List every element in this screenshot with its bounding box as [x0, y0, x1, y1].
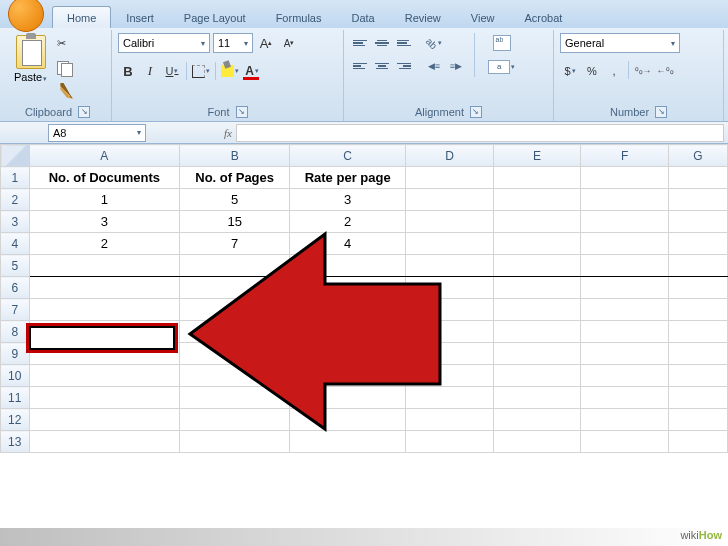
tab-page-layout[interactable]: Page Layout: [169, 6, 261, 28]
cell[interactable]: [406, 211, 494, 233]
cell[interactable]: [29, 299, 180, 321]
formula-bar[interactable]: [236, 124, 724, 142]
cell[interactable]: [581, 255, 669, 277]
name-box[interactable]: A8▾: [48, 124, 146, 142]
clipboard-dialog-launcher[interactable]: ↘: [78, 106, 90, 118]
cell[interactable]: [29, 321, 180, 343]
cell[interactable]: [668, 431, 727, 453]
cell[interactable]: [406, 189, 494, 211]
row-header[interactable]: 1: [1, 167, 30, 189]
cell[interactable]: [581, 343, 669, 365]
col-header-e[interactable]: E: [493, 145, 581, 167]
font-name-combo[interactable]: Calibri▾: [118, 33, 210, 53]
alignment-dialog-launcher[interactable]: ↘: [470, 106, 482, 118]
font-color-button[interactable]: A▾: [242, 61, 262, 81]
row-header[interactable]: 10: [1, 365, 30, 387]
worksheet[interactable]: A B C D E F G 1No. of DocumentsNo. of Pa…: [0, 144, 728, 453]
row-header[interactable]: 4: [1, 233, 30, 255]
cell[interactable]: [581, 321, 669, 343]
align-right-button[interactable]: [394, 56, 414, 76]
cell[interactable]: No. of Pages: [180, 167, 290, 189]
row-header[interactable]: 6: [1, 277, 30, 299]
cell[interactable]: [180, 255, 290, 277]
cell[interactable]: [668, 365, 727, 387]
decrease-decimal-button[interactable]: ←⁰₀: [655, 61, 675, 81]
col-header-a[interactable]: A: [29, 145, 180, 167]
border-button[interactable]: ▾: [191, 61, 211, 81]
cell[interactable]: [406, 387, 494, 409]
cell[interactable]: 2: [29, 233, 180, 255]
copy-button[interactable]: [55, 58, 75, 78]
cell[interactable]: 4: [290, 233, 406, 255]
cell[interactable]: [493, 365, 581, 387]
tab-formulas[interactable]: Formulas: [261, 6, 337, 28]
cell[interactable]: [668, 255, 727, 277]
cell[interactable]: [290, 343, 406, 365]
cell[interactable]: [290, 365, 406, 387]
row-header[interactable]: 7: [1, 299, 30, 321]
cell[interactable]: [406, 233, 494, 255]
cell[interactable]: 5: [180, 189, 290, 211]
cell[interactable]: [668, 211, 727, 233]
cell[interactable]: 3: [290, 189, 406, 211]
cell[interactable]: [581, 211, 669, 233]
cell[interactable]: [581, 299, 669, 321]
tab-insert[interactable]: Insert: [111, 6, 169, 28]
cell[interactable]: [180, 321, 290, 343]
cell[interactable]: [668, 409, 727, 431]
cell[interactable]: [493, 299, 581, 321]
cell[interactable]: [290, 409, 406, 431]
increase-indent-button[interactable]: ≡▶: [446, 56, 466, 76]
paste-button[interactable]: Paste▾: [14, 71, 47, 83]
cell[interactable]: [180, 277, 290, 299]
cell[interactable]: [29, 343, 180, 365]
align-left-button[interactable]: [350, 56, 370, 76]
cell[interactable]: [668, 233, 727, 255]
align-top-button[interactable]: [350, 33, 370, 53]
align-middle-button[interactable]: [372, 33, 392, 53]
tab-data[interactable]: Data: [336, 6, 389, 28]
row-header[interactable]: 12: [1, 409, 30, 431]
orientation-button[interactable]: ab▾: [424, 33, 444, 53]
cell[interactable]: [581, 365, 669, 387]
cell[interactable]: [180, 343, 290, 365]
tab-home[interactable]: Home: [52, 6, 111, 28]
col-header-g[interactable]: G: [668, 145, 727, 167]
cell[interactable]: [29, 255, 180, 277]
cell[interactable]: No. of Documents: [29, 167, 180, 189]
wrap-text-button[interactable]: [483, 33, 520, 53]
number-dialog-launcher[interactable]: ↘: [655, 106, 667, 118]
cell[interactable]: [668, 343, 727, 365]
cell[interactable]: [406, 299, 494, 321]
cell[interactable]: [406, 365, 494, 387]
align-center-button[interactable]: [372, 56, 392, 76]
col-header-c[interactable]: C: [290, 145, 406, 167]
fx-icon[interactable]: fx: [224, 127, 232, 139]
cell[interactable]: 3: [29, 211, 180, 233]
row-header[interactable]: 2: [1, 189, 30, 211]
percent-button[interactable]: %: [582, 61, 602, 81]
cell[interactable]: [180, 365, 290, 387]
cell[interactable]: [581, 277, 669, 299]
col-header-f[interactable]: F: [581, 145, 669, 167]
fill-color-button[interactable]: ▾: [220, 61, 240, 81]
row-header[interactable]: 13: [1, 431, 30, 453]
cell[interactable]: [406, 431, 494, 453]
row-header[interactable]: 3: [1, 211, 30, 233]
cell[interactable]: [406, 409, 494, 431]
row-header[interactable]: 11: [1, 387, 30, 409]
cell[interactable]: [406, 277, 494, 299]
comma-button[interactable]: ,: [604, 61, 624, 81]
increase-decimal-button[interactable]: ⁰₀→: [633, 61, 653, 81]
font-dialog-launcher[interactable]: ↘: [236, 106, 248, 118]
cell[interactable]: 7: [180, 233, 290, 255]
col-header-b[interactable]: B: [180, 145, 290, 167]
currency-button[interactable]: $▾: [560, 61, 580, 81]
cell[interactable]: [290, 299, 406, 321]
col-header-d[interactable]: D: [406, 145, 494, 167]
cell[interactable]: [581, 431, 669, 453]
italic-button[interactable]: I: [140, 61, 160, 81]
cell[interactable]: [668, 387, 727, 409]
decrease-indent-button[interactable]: ◀≡: [424, 56, 444, 76]
cell[interactable]: [493, 431, 581, 453]
